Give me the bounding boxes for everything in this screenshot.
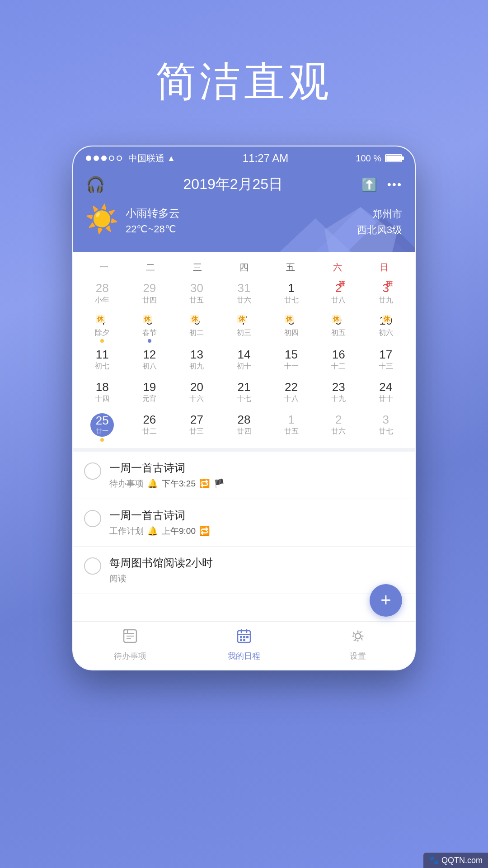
cal-cell[interactable]: 2 廿六 xyxy=(315,410,362,444)
task-checkbox-3[interactable] xyxy=(84,557,101,575)
cal-num: 3 xyxy=(382,413,389,426)
cal-cell[interactable]: 12 初八 xyxy=(126,345,174,378)
cal-sub: 廿五 xyxy=(189,296,204,305)
task-meta-3: 阅读 xyxy=(109,573,404,585)
cal-sub: 十六 xyxy=(189,394,204,404)
weather-description: 小雨转多云 xyxy=(126,206,357,221)
cal-cell[interactable]: 31 廿六 xyxy=(221,279,268,311)
task-title-3: 每周图书馆阅读2小时 xyxy=(109,556,404,570)
status-bar: 中国联通 ▲ 11:27 AM 100 % xyxy=(73,146,415,168)
cal-sub: 小年 xyxy=(95,296,109,305)
cal-cell[interactable]: 28 小年 xyxy=(79,279,126,311)
calendar-section: 一 二 三 四 五 六 日 28 小年 29 廿四 30 廿五 31 xyxy=(73,252,415,448)
cal-sub: 廿六 xyxy=(237,296,251,305)
signal-dot-2 xyxy=(94,156,99,161)
signal-dot-5 xyxy=(117,156,122,161)
task-meta-2: 工作计划 🔔 上午9:00 🔁 xyxy=(109,525,404,537)
cal-num: 24 xyxy=(379,381,392,394)
holiday-tag: 休 xyxy=(332,315,341,323)
cal-cell[interactable]: 19 元宵 xyxy=(126,378,174,410)
dot-blue xyxy=(148,339,151,343)
cal-sub: 初六 xyxy=(379,328,393,338)
task-content-1: 一周一首古诗词 待办事项 🔔 下午3:25 🔁 🏴 xyxy=(109,461,404,490)
cal-cell-today[interactable]: 25 廿一 xyxy=(79,410,126,444)
cal-cell[interactable]: 16 十二 xyxy=(315,345,362,378)
nav-item-schedule[interactable]: 我的日程 xyxy=(187,628,301,661)
weekday-wed: 三 xyxy=(174,259,221,275)
cal-cell[interactable]: 9 休 初五 xyxy=(315,311,362,345)
cal-cell[interactable]: 5 休 春节 xyxy=(126,311,174,345)
today-circle: 25 廿一 xyxy=(90,413,114,437)
today-sub: 廿一 xyxy=(96,427,108,435)
ban-badge: 班 xyxy=(339,281,345,288)
cal-sub: 廿三 xyxy=(189,427,204,436)
cal-cell[interactable]: 17 十三 xyxy=(362,345,409,378)
cal-num: 28 xyxy=(96,282,109,295)
cal-num: 20 xyxy=(190,381,203,394)
phone-mockup: 中国联通 ▲ 11:27 AM 100 % 🎧 2019年2月25日 ⬆️ ••… xyxy=(72,146,416,670)
cal-cell[interactable]: 21 十七 xyxy=(221,378,268,410)
task-item-3[interactable]: 每周图书馆阅读2小时 阅读 xyxy=(73,547,415,594)
cal-sub: 十一 xyxy=(284,362,299,371)
headset-icon[interactable]: 🎧 xyxy=(86,175,105,193)
cal-cell[interactable]: 23 十九 xyxy=(315,378,362,410)
cal-cell[interactable]: 15 十一 xyxy=(267,345,315,378)
task-item-1[interactable]: 一周一首古诗词 待办事项 🔔 下午3:25 🔁 🏴 xyxy=(73,452,415,499)
more-icon[interactable]: ••• xyxy=(387,178,402,192)
cal-cell[interactable]: 3 廿七 xyxy=(362,410,409,444)
cal-cell[interactable]: 11 初七 xyxy=(79,345,126,378)
holiday-tag: 休 xyxy=(382,315,391,323)
cal-cell[interactable]: 4 休 除夕 xyxy=(79,311,126,345)
add-button[interactable]: + xyxy=(370,584,402,617)
battery-icon xyxy=(385,154,402,162)
weekday-fri: 五 xyxy=(267,259,314,275)
cal-cell[interactable]: 7 休 初三 xyxy=(221,311,268,345)
sun-rays: ☀️ xyxy=(86,203,117,235)
cal-cell[interactable]: 1 廿七 xyxy=(267,279,315,311)
cal-cell[interactable]: 24 廿十 xyxy=(362,378,409,410)
cal-sub: 廿五 xyxy=(284,427,299,436)
cal-num: 31 xyxy=(238,282,251,295)
task-checkbox-1[interactable] xyxy=(84,462,101,480)
cal-cell[interactable]: 28 廿四 xyxy=(221,410,268,444)
task-checkbox-2[interactable] xyxy=(84,510,101,527)
task-content-2: 一周一首古诗词 工作计划 🔔 上午9:00 🔁 xyxy=(109,508,404,537)
cal-cell[interactable]: 1 廿五 xyxy=(267,410,315,444)
weather-info: 小雨转多云 22℃~28℃ xyxy=(126,203,357,235)
cal-cell[interactable]: 26 廿二 xyxy=(126,410,174,444)
cal-num: 14 xyxy=(238,348,251,361)
schedule-icon xyxy=(236,628,252,648)
cal-num: 26 xyxy=(143,413,156,426)
cal-num: 2班 xyxy=(335,282,342,295)
cal-cell[interactable]: 13 初九 xyxy=(173,345,221,378)
cal-cell[interactable]: 2班 廿八 xyxy=(315,279,362,311)
weekday-thu: 四 xyxy=(221,259,267,275)
cal-cell[interactable]: 18 十四 xyxy=(79,378,126,410)
weekday-tue: 二 xyxy=(127,259,174,275)
share-icon[interactable]: ⬆️ xyxy=(361,177,377,192)
cal-cell[interactable]: 30 廿五 xyxy=(173,279,221,311)
nav-item-settings[interactable]: 设置 xyxy=(301,628,415,661)
cal-cell[interactable]: 3班 廿九 xyxy=(362,279,409,311)
cal-sub: 十九 xyxy=(331,394,346,404)
signal-dot-1 xyxy=(86,156,91,161)
cal-sub: 廿六 xyxy=(331,427,346,436)
cal-cell[interactable]: 29 廿四 xyxy=(126,279,174,311)
weather-temperature: 22℃~28℃ xyxy=(126,223,357,235)
nav-item-todo[interactable]: 待办事项 xyxy=(73,628,187,661)
cal-cell[interactable]: 8 休 初四 xyxy=(267,311,315,345)
cal-cell[interactable]: 22 十八 xyxy=(267,378,315,410)
cal-num: 23 xyxy=(332,381,345,394)
cal-cell[interactable]: 14 初十 xyxy=(221,345,268,378)
cal-cell[interactable]: 10 休 初六 xyxy=(362,311,409,345)
cal-cell[interactable]: 6 休 初二 xyxy=(173,311,221,345)
task-title-2: 一周一首古诗词 xyxy=(109,508,404,523)
task-item-2[interactable]: 一周一首古诗词 工作计划 🔔 上午9:00 🔁 xyxy=(73,499,415,547)
cal-sub: 廿四 xyxy=(237,427,251,436)
watermark-logo: 🐾 xyxy=(429,855,439,865)
cal-cell[interactable]: 20 十六 xyxy=(173,378,221,410)
week-header: 一 二 三 四 五 六 日 xyxy=(73,259,415,275)
cal-cell[interactable]: 27 廿三 xyxy=(173,410,221,444)
watermark-site: QQTN.com xyxy=(441,856,483,865)
battery-percent: 100 % xyxy=(356,153,381,164)
